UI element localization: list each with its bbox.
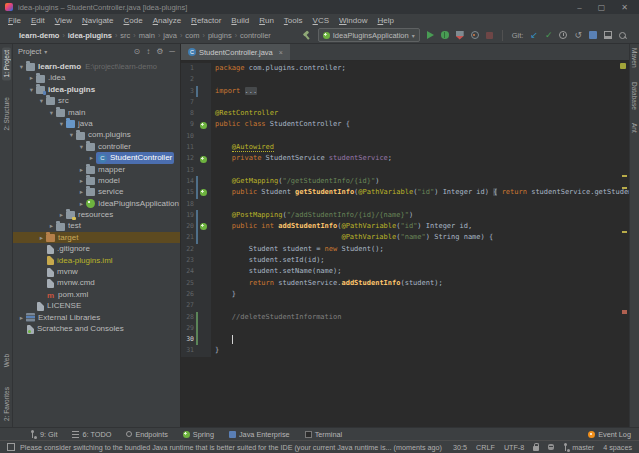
tree-toggle-icon[interactable]: ▸ <box>77 164 86 175</box>
tree-toggle-icon[interactable]: ▾ <box>57 118 66 129</box>
code-line-30[interactable]: 30 <box>181 334 629 345</box>
menu-navigate[interactable]: Navigate <box>77 16 119 25</box>
tree-toggle-icon[interactable]: ▾ <box>67 129 76 140</box>
code-line-20[interactable]: 20 public int addStudentInfo(@PathVariab… <box>181 221 629 232</box>
toolwindow-button-database[interactable]: Database <box>631 82 638 110</box>
tree-toggle-icon[interactable]: ▾ <box>47 107 56 118</box>
menu-file[interactable]: File <box>3 16 26 25</box>
tree-item-pom-xml[interactable]: mpom.xml <box>13 289 180 300</box>
menu-analyze[interactable]: Analyze <box>148 16 186 25</box>
stop-button[interactable] <box>486 32 493 39</box>
notification-icon[interactable] <box>7 443 15 451</box>
code-line-7[interactable]: 7 <box>181 97 629 108</box>
code-line-3[interactable]: 3import ... <box>181 86 629 97</box>
tree-toggle-icon[interactable]: ▸ <box>57 209 66 220</box>
toolwindow-button-java-enterprise[interactable]: Java Enterprise <box>229 430 290 439</box>
toolwindow-button-9-git[interactable]: 9: Git <box>30 430 57 439</box>
tree-toggle-icon[interactable]: ▸ <box>77 175 86 186</box>
event-log-button[interactable]: Event Log <box>588 430 631 439</box>
tree-item-idea-plugins-iml[interactable]: idea-plugins.iml <box>13 255 180 266</box>
toolwindow-button-ant[interactable]: Ant <box>631 123 638 133</box>
toolwindow-button-2-structure[interactable]: 2: Structure <box>2 94 11 134</box>
tree-toggle-icon[interactable]: ▾ <box>17 61 26 72</box>
tree-item-gitignore[interactable]: .gitignore <box>13 243 180 254</box>
toolwindow-button-terminal[interactable]: Terminal <box>305 430 343 439</box>
tree-toggle-icon[interactable]: ▾ <box>27 84 36 95</box>
menu-view[interactable]: View <box>50 16 77 25</box>
tree-toggle-icon[interactable]: ▸ <box>17 312 26 323</box>
project-view-selector[interactable]: Project ▾ <box>18 47 47 56</box>
menu-help[interactable]: Help <box>372 16 398 25</box>
line-ending-indicator[interactable]: CRLF <box>476 443 495 452</box>
crumb-idea-plugins[interactable]: idea-plugins <box>67 31 113 40</box>
toolwindow-button-web[interactable]: Web <box>2 351 11 370</box>
crumb-plugins[interactable]: plugins <box>207 31 233 40</box>
run-with-coverage-button[interactable] <box>456 31 464 40</box>
tab-studentcontroller-java[interactable]: C StudentController.java × <box>181 44 290 60</box>
spring-bean-gutter-icon[interactable] <box>200 156 207 163</box>
code-line-2[interactable]: 2 <box>181 74 629 85</box>
tree-item-com-plugins[interactable]: ▾com.plugins <box>13 129 180 140</box>
menu-edit[interactable]: Edit <box>26 16 50 25</box>
tree-toggle-icon[interactable]: ▸ <box>77 186 86 197</box>
rollback-icon[interactable] <box>574 30 582 40</box>
lock-icon[interactable] <box>533 446 539 451</box>
tree-item-mvnw[interactable]: mvnw <box>13 266 180 277</box>
indent-indicator[interactable]: 4 spaces <box>603 443 632 452</box>
tree-item-test[interactable]: ▸test <box>13 220 180 231</box>
code-line-8[interactable]: 8@RestController <box>181 108 629 119</box>
toolwindow-button-1-project[interactable]: 1: Project <box>2 47 11 80</box>
tree-item-license[interactable]: LICENSE <box>13 300 180 311</box>
tree-item-scratches-and-consoles[interactable]: Scratches and Consoles <box>13 323 180 334</box>
crumb-com[interactable]: com <box>184 31 200 40</box>
toolwindow-button-2-favorites[interactable]: 2: Favorites <box>2 384 11 424</box>
git-update-icon[interactable] <box>530 30 538 40</box>
code-line-14[interactable]: 14 @GetMapping("/getStudentInfo/{id}") <box>181 176 629 187</box>
tree-item-idea[interactable]: ▸.idea <box>13 72 180 83</box>
tree-item-ideapluginsapplication[interactable]: ▸IdeaPluginsApplication <box>13 198 180 209</box>
debug-button[interactable] <box>441 31 449 39</box>
code-line-13[interactable]: 13 <box>181 165 629 176</box>
code-line-9[interactable]: 9public class StudentController { <box>181 119 629 130</box>
code-area[interactable]: 1package com.plugins.controller;23import… <box>181 61 629 427</box>
warning-stripe-mark[interactable] <box>622 175 627 177</box>
tree-item-learn-demo[interactable]: ▾learn-demoE:\project\learn-demo <box>13 61 180 72</box>
code-line-21[interactable]: 21 @PathVariable("name") String name) { <box>181 232 629 243</box>
tree-toggle-icon[interactable]: ▸ <box>27 72 36 83</box>
code-line-12[interactable]: 12 private StudentService studentService… <box>181 153 629 164</box>
tree-item-external-libraries[interactable]: ▸External Libraries <box>13 312 180 323</box>
tree-item-target[interactable]: ▸target <box>13 232 180 243</box>
menu-tools[interactable]: Tools <box>279 16 308 25</box>
highlighting-level-icon[interactable] <box>548 444 554 450</box>
menu-run[interactable]: Run <box>254 16 279 25</box>
documentation-icon[interactable] <box>589 31 597 39</box>
warning-stripe-mark[interactable] <box>622 310 627 314</box>
spring-bean-gutter-icon[interactable] <box>200 223 207 230</box>
tab-close-icon[interactable]: × <box>279 49 283 56</box>
minimize-button[interactable]: – <box>577 3 581 12</box>
tree-toggle-icon[interactable]: ▸ <box>47 220 56 231</box>
toolwindow-button-maven[interactable]: Maven <box>631 48 638 68</box>
run-configuration-select[interactable]: IdeaPluginsApplication <box>318 28 420 42</box>
crumb-src[interactable]: src <box>119 31 131 40</box>
crumb-main[interactable]: main <box>138 31 156 40</box>
spring-bean-gutter-icon[interactable] <box>200 122 207 129</box>
toolwindow-layout-icon[interactable] <box>604 31 612 39</box>
maximize-button[interactable]: ▢ <box>598 3 606 12</box>
git-commit-icon[interactable] <box>545 30 553 40</box>
code-line-19[interactable]: 19 @PostMapping("/addStudentInfo/{id}/{n… <box>181 210 629 221</box>
hide-panel-icon[interactable]: ─ <box>169 47 175 56</box>
code-line-11[interactable]: 11 @Autowired <box>181 142 629 153</box>
toolwindow-button-spring[interactable]: Spring <box>183 430 214 439</box>
warning-stripe-mark[interactable] <box>622 187 627 189</box>
status-message[interactable]: Please consider switching to the bundled… <box>20 443 445 452</box>
tree-item-main[interactable]: ▾main <box>13 107 180 118</box>
tree-item-controller[interactable]: ▾controller <box>13 141 180 152</box>
crumb-controller[interactable]: controller <box>239 31 272 40</box>
toolwindow-button-6-todo[interactable]: 6: TODO <box>72 430 111 439</box>
build-hammer-icon[interactable] <box>302 31 311 40</box>
tree-toggle-icon[interactable]: ▾ <box>37 95 46 106</box>
profiler-button[interactable] <box>471 31 479 39</box>
code-line-26[interactable]: 26 } <box>181 289 629 300</box>
code-line-29[interactable]: 29 <box>181 323 629 334</box>
